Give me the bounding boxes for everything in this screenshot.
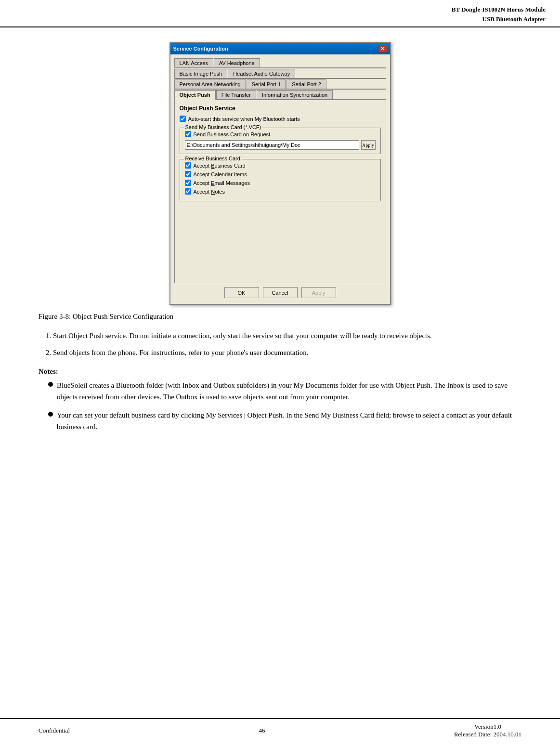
accept-email-checkbox[interactable] xyxy=(185,180,191,186)
tab-file-transfer[interactable]: File Transfer xyxy=(216,90,256,99)
header-title-line2: USB Bluetooth Adapter xyxy=(14,14,546,24)
dialog-tabs-row4: Object Push File Transfer Information Sy… xyxy=(174,90,386,100)
browse-button[interactable]: Apply xyxy=(361,140,376,150)
step-2-text: Start Object Push service. Do not initia… xyxy=(53,332,432,340)
page-footer: Confidential 46 Version1.0 Released Date… xyxy=(0,718,560,742)
page-header: BT Dongle-IS1002N Horus Module USB Bluet… xyxy=(0,0,560,27)
steps-list: Start Object Push service. Do not initia… xyxy=(53,330,521,358)
bullet-icon-1 xyxy=(48,382,53,387)
ok-button[interactable]: OK xyxy=(224,287,259,298)
step-2: Start Object Push service. Do not initia… xyxy=(53,330,521,341)
figure-caption: Figure 3-8: Object Push Service Configur… xyxy=(39,313,521,321)
tab-lan-access[interactable]: LAN Access xyxy=(174,58,213,67)
dialog-container: Service Configuration ✕ LAN Access AV He… xyxy=(39,42,521,305)
tab-info-sync[interactable]: Information Synchronization xyxy=(257,90,333,99)
header-title-line1: BT Dongle-IS1002N Horus Module xyxy=(14,5,546,14)
accept-email-row: Accept Email Messages xyxy=(185,180,376,186)
note-item-2: Your can set your default business card … xyxy=(48,409,521,432)
autostart-row: Auto-start this service when My Bluetoot… xyxy=(180,116,381,122)
accept-notes-checkbox[interactable] xyxy=(185,188,191,195)
apply-button[interactable]: Apply xyxy=(301,287,336,298)
accept-calendar-row: Accept Calendar Items xyxy=(185,171,376,177)
send-group-label: Send My Business Card (*.VCF) xyxy=(184,124,263,130)
cancel-button[interactable]: Cancel xyxy=(263,287,298,298)
note-text-2: Your can set your default business card … xyxy=(57,409,521,432)
accept-email-label: Accept Email Messages xyxy=(194,180,250,186)
dialog-tabs-row2: Basic Image Push Headset Audio Gateway xyxy=(174,69,386,79)
service-config-dialog: Service Configuration ✕ LAN Access AV He… xyxy=(169,42,391,305)
accept-notes-row: Accept Notes xyxy=(185,188,376,195)
service-title: Object Push Service xyxy=(180,105,381,112)
footer-confidential: Confidential xyxy=(39,727,70,734)
tab-serial-port2[interactable]: Serial Port 2 xyxy=(287,79,326,89)
receive-card-group: Receive Business Card Accept Business Ca… xyxy=(180,159,381,201)
tab-content-object-push: Object Push Service Auto-start this serv… xyxy=(174,100,386,283)
send-card-group: Send My Business Card (*.VCF) Send Busin… xyxy=(180,128,381,154)
close-button[interactable]: ✕ xyxy=(378,45,387,52)
step-3-text: Send objects from the phone. For instruc… xyxy=(53,349,309,356)
footer-page-number: 46 xyxy=(259,727,265,734)
notes-bullets: BlueSoleil creates a Bluetooth folder (w… xyxy=(48,380,521,432)
footer-version-line1: Version1.0 xyxy=(454,723,521,731)
step-3: Send objects from the phone. For instruc… xyxy=(53,347,521,358)
dialog-tabs: LAN Access AV Headphone xyxy=(174,58,386,68)
autostart-label: Auto-start this service when My Bluetoot… xyxy=(188,116,300,122)
tab-av-headphone[interactable]: AV Headphone xyxy=(214,58,260,67)
dialog-buttons: OK Cancel Apply xyxy=(174,283,386,300)
note-text-1: BlueSoleil creates a Bluetooth folder (w… xyxy=(57,380,521,403)
notes-section: Notes: BlueSoleil creates a Bluetooth fo… xyxy=(39,367,521,432)
note-item-1: BlueSoleil creates a Bluetooth folder (w… xyxy=(48,380,521,403)
notes-title: Notes: xyxy=(39,367,521,376)
send-card-label: Send Business Card on Request xyxy=(194,131,271,137)
dialog-tabs-row3: Personal Area Networking Serial Port 1 S… xyxy=(174,79,386,90)
accept-business-card-row: Accept Business Card xyxy=(185,162,376,169)
tab-personal-area[interactable]: Personal Area Networking xyxy=(174,79,246,89)
autostart-checkbox[interactable] xyxy=(180,116,186,122)
dialog-titlebar: Service Configuration ✕ xyxy=(170,43,390,54)
tab-headset-audio[interactable]: Headset Audio Gateway xyxy=(228,69,295,78)
receive-group-label: Receive Business Card xyxy=(184,156,242,161)
file-path-input[interactable] xyxy=(185,140,359,150)
accept-calendar-checkbox[interactable] xyxy=(185,171,191,177)
accept-business-card-checkbox[interactable] xyxy=(185,162,191,169)
tab-basic-image-push[interactable]: Basic Image Push xyxy=(174,69,228,78)
accept-calendar-label: Accept Calendar Items xyxy=(194,171,247,177)
footer-version: Version1.0 Released Date: 2004.10.01 xyxy=(454,723,521,738)
dialog-body: LAN Access AV Headphone Basic Image Push… xyxy=(170,54,390,304)
tab-object-push[interactable]: Object Push xyxy=(174,90,216,100)
send-card-checkbox[interactable] xyxy=(185,131,191,137)
accept-business-card-label: Accept Business Card xyxy=(194,163,246,169)
footer-version-line2: Released Date: 2004.10.01 xyxy=(454,731,521,738)
send-card-label-text: Send Business Card on Request xyxy=(194,131,271,137)
tab-serial-port1[interactable]: Serial Port 1 xyxy=(247,79,287,89)
accept-notes-label: Accept Notes xyxy=(194,189,225,195)
send-card-row: Send Business Card on Request xyxy=(185,131,376,137)
main-content: Service Configuration ✕ LAN Access AV He… xyxy=(0,27,560,452)
dialog-title: Service Configuration xyxy=(173,46,228,52)
bullet-icon-2 xyxy=(48,412,53,417)
file-path-row: Apply xyxy=(185,140,376,150)
